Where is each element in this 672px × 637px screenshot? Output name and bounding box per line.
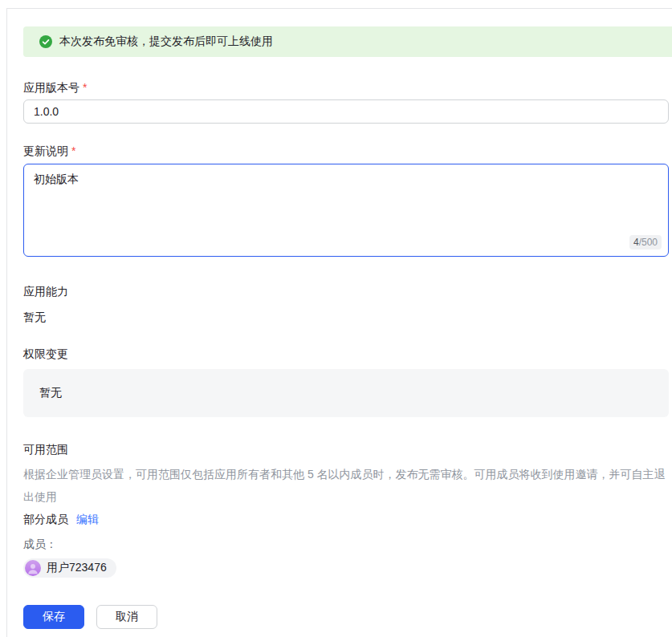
permissions-label: 权限变更 (23, 346, 672, 362)
char-count-current: 4 (633, 237, 639, 248)
permissions-box: 暂无 (23, 369, 669, 417)
notes-label-row: 更新说明 * (23, 143, 672, 159)
version-input[interactable] (23, 99, 669, 124)
capabilities-value: 暂无 (23, 309, 672, 325)
version-label: 应用版本号 (23, 79, 79, 95)
success-banner: 本次发布免审核，提交发布后即可上线使用 (23, 26, 672, 57)
capabilities-label: 应用能力 (23, 283, 672, 299)
required-asterisk: * (83, 79, 87, 95)
banner-text: 本次发布免审核，提交发布后即可上线使用 (59, 34, 273, 49)
form-content: 本次发布免审核，提交发布后即可上线使用 应用版本号 * 更新说明 * 初始版本 … (7, 9, 672, 629)
permissions-value: 暂无 (39, 386, 62, 400)
required-asterisk: * (71, 143, 75, 159)
char-count-max: /500 (639, 237, 658, 248)
scope-label: 可用范围 (23, 441, 672, 457)
member-name: 用户723476 (47, 561, 107, 575)
edit-members-link[interactable]: 编辑 (76, 511, 99, 527)
scope-description: 根据企业管理员设置，可用范围仅包括应用所有者和其他 5 名以内成员时，发布无需审… (23, 463, 666, 508)
version-label-row: 应用版本号 * (23, 79, 672, 95)
notes-label: 更新说明 (23, 143, 68, 159)
char-counter: 4/500 (629, 235, 662, 250)
member-chip: 用户723476 (23, 558, 116, 578)
scope-mode-value: 部分成员 (23, 511, 68, 527)
user-avatar (25, 560, 41, 576)
action-bar: 保存 取消 (23, 605, 672, 629)
form-panel: 本次发布免审核，提交发布后即可上线使用 应用版本号 * 更新说明 * 初始版本 … (6, 8, 672, 637)
members-label: 成员： (23, 536, 672, 552)
notes-textarea-wrap: 初始版本 4/500 (23, 164, 669, 257)
scope-mode-row: 部分成员 编辑 (23, 511, 672, 527)
check-circle-icon (39, 35, 52, 48)
notes-textarea[interactable]: 初始版本 (23, 164, 669, 257)
save-button[interactable]: 保存 (23, 605, 84, 629)
cancel-button[interactable]: 取消 (96, 605, 157, 629)
